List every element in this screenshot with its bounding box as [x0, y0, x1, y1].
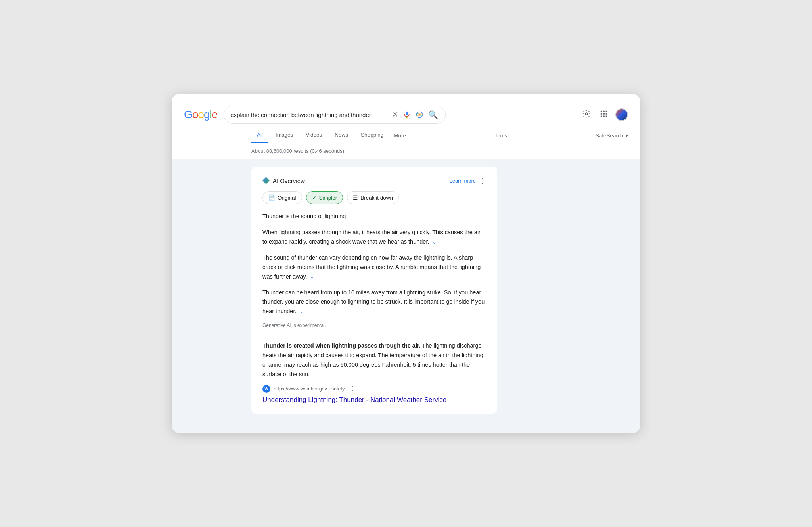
source-url: https://www.weather.gov › safety: [274, 386, 345, 392]
ai-header-right: Learn more ⋮: [450, 176, 486, 185]
nav-tabs: All Images Videos News Shopping More ⋮ T…: [172, 124, 640, 143]
search-icon: 🔍: [428, 110, 438, 119]
check-icon: ✓: [312, 194, 317, 201]
svg-rect-6: [601, 110, 602, 112]
chevron-down-icon: ⋮: [407, 133, 411, 138]
svg-rect-11: [606, 113, 607, 115]
chevron-down-icon-safesearch: ▾: [626, 133, 628, 138]
ai-diamond-icon: [262, 177, 270, 184]
svg-rect-10: [603, 113, 605, 115]
tab-images[interactable]: Images: [270, 128, 299, 143]
lens-button[interactable]: [415, 110, 424, 119]
apps-button[interactable]: [598, 108, 610, 122]
divider: [262, 335, 486, 335]
search-bar-area: Google explain the connection between li…: [172, 94, 640, 124]
close-icon: ✕: [392, 110, 398, 119]
pill-buttons: 📄 Original ✓ Simpler ☰ Break it down: [262, 191, 486, 204]
result-source: W https://www.weather.gov › safety ⋮: [262, 385, 486, 393]
tab-news[interactable]: News: [329, 128, 354, 143]
search-button[interactable]: 🔍: [427, 109, 439, 120]
document-icon: 📄: [268, 194, 275, 201]
tools-button[interactable]: Tools: [489, 129, 513, 142]
voice-search-button[interactable]: [402, 110, 412, 119]
source-more-icon[interactable]: ⋮: [349, 385, 356, 392]
avatar[interactable]: [615, 108, 628, 121]
ai-overview-card: AI Overview Learn more ⋮ 📄 Original ✓: [251, 167, 497, 414]
svg-point-5: [585, 113, 588, 115]
tab-videos[interactable]: Videos: [300, 128, 327, 143]
svg-rect-0: [406, 112, 408, 115]
results-count: About 88,600,000 results (0.46 seconds): [172, 143, 640, 159]
mic-icon: [403, 111, 411, 119]
header-right: [580, 108, 628, 122]
lens-icon: [416, 111, 423, 119]
expand-arrow-3[interactable]: ⌄: [299, 308, 303, 316]
google-logo: Google: [184, 108, 217, 121]
search-box: explain the connection between lightning…: [224, 106, 446, 124]
list-icon: ☰: [353, 194, 358, 201]
svg-rect-13: [603, 115, 605, 117]
ai-paragraph-4: Thunder can be heard from up to 10 miles…: [262, 288, 486, 317]
pill-break-it-down[interactable]: ☰ Break it down: [347, 191, 399, 204]
safesearch-button[interactable]: SafeSearch ▾: [588, 129, 628, 142]
result-link[interactable]: Understanding Lightning: Thunder - Natio…: [262, 396, 446, 404]
clear-button[interactable]: ✕: [391, 110, 399, 120]
grid-icon: [599, 110, 608, 118]
ai-paragraph-1: Thunder is the sound of lightning.: [262, 212, 486, 221]
left-column: AI Overview Learn more ⋮ 📄 Original ✓: [251, 167, 497, 421]
more-dropdown[interactable]: More ⋮: [391, 129, 414, 142]
svg-rect-8: [606, 110, 607, 112]
more-options-icon[interactable]: ⋮: [479, 176, 486, 185]
settings-button[interactable]: [580, 108, 592, 122]
svg-rect-9: [601, 113, 602, 115]
expand-arrow-1[interactable]: ⌄: [432, 238, 436, 246]
tab-all[interactable]: All: [251, 128, 268, 143]
more-label: More: [394, 133, 406, 138]
expand-arrow-2[interactable]: ⌄: [310, 273, 314, 281]
ai-disclaimer: Generative AI is experimental.: [262, 323, 486, 328]
gear-icon: [582, 110, 591, 118]
learn-more-link[interactable]: Learn more: [450, 178, 476, 184]
main-content: AI Overview Learn more ⋮ 📄 Original ✓: [172, 159, 640, 433]
pill-simpler[interactable]: ✓ Simpler: [306, 191, 343, 204]
search-input[interactable]: explain the connection between lightning…: [230, 112, 388, 118]
svg-rect-14: [606, 115, 607, 117]
ai-overview-header: AI Overview Learn more ⋮: [262, 176, 486, 185]
tab-shopping[interactable]: Shopping: [355, 128, 389, 143]
svg-rect-7: [603, 110, 605, 112]
browser-window: Google explain the connection between li…: [172, 94, 640, 433]
ai-paragraph-3: The sound of thunder can vary depending …: [262, 253, 486, 282]
svg-rect-12: [601, 115, 602, 117]
ai-overview-title: AI Overview: [262, 177, 305, 184]
result-bold-text: Thunder is created when lightning passes…: [262, 341, 486, 379]
source-favicon: W: [262, 385, 270, 393]
ai-paragraph-2: When lightning passes through the air, i…: [262, 228, 486, 247]
pill-original[interactable]: 📄 Original: [262, 191, 302, 204]
